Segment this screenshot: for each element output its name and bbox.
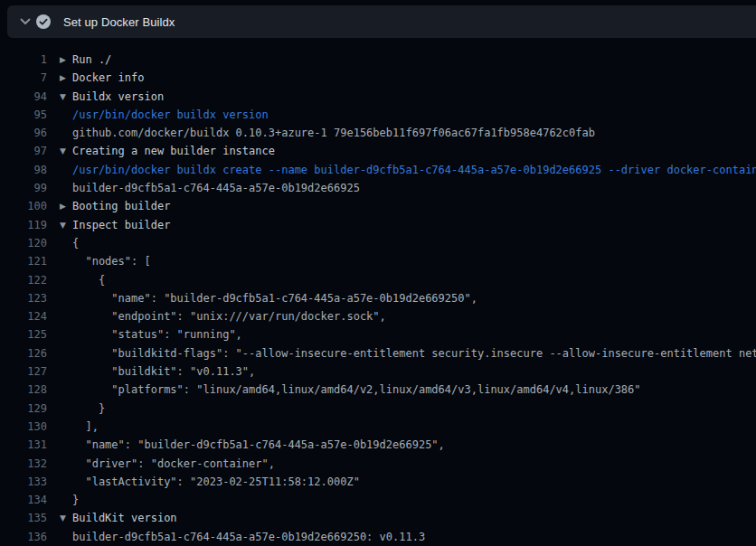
log-text: BuildKit version xyxy=(72,509,177,527)
group-collapsed-icon[interactable]: ▶ xyxy=(60,69,72,87)
marker-spacer xyxy=(60,362,72,381)
log-text: builder-d9cfb5a1-c764-445a-a57e-0b19d2e6… xyxy=(72,528,425,546)
log-text: Inspect builder xyxy=(72,216,170,234)
marker-spacer xyxy=(60,344,72,362)
log-line: 130 ], xyxy=(0,418,756,436)
log-line[interactable]: 94▼Buildx version xyxy=(0,88,756,106)
line-number-link[interactable]: 136 xyxy=(0,528,47,546)
line-number-link[interactable]: 122 xyxy=(0,271,47,289)
log-text: "name": "builder-d9cfb5a1-c764-445a-a57e… xyxy=(72,289,477,307)
group-expanded-icon[interactable]: ▼ xyxy=(60,216,72,234)
line-number-link[interactable]: 124 xyxy=(0,307,47,325)
line-number-link[interactable]: 131 xyxy=(0,436,47,454)
line-number-link[interactable]: 130 xyxy=(0,418,47,436)
chevron-down-icon[interactable] xyxy=(16,13,34,31)
log-line: 134} xyxy=(0,491,756,509)
log-line: 99builder-d9cfb5a1-c764-445a-a57e-0b19d2… xyxy=(0,179,756,197)
line-number-link[interactable]: 129 xyxy=(0,400,47,418)
marker-spacer xyxy=(60,400,72,418)
marker-spacer xyxy=(60,179,72,197)
marker-spacer xyxy=(60,381,72,399)
line-number-link[interactable]: 133 xyxy=(0,473,47,491)
line-number-link[interactable]: 95 xyxy=(0,106,47,124)
log-text: "driver": "docker-container", xyxy=(72,455,275,473)
line-number-link[interactable]: 98 xyxy=(0,161,47,179)
log-line[interactable]: 100▶Booting builder xyxy=(0,197,756,215)
line-number-link[interactable]: 135 xyxy=(0,509,47,527)
log-text: Docker info xyxy=(72,69,144,87)
log-line: 136builder-d9cfb5a1-c764-445a-a57e-0b19d… xyxy=(0,528,756,546)
log-text: "platforms": "linux/amd64,linux/amd64/v2… xyxy=(72,381,641,399)
group-expanded-icon[interactable]: ▼ xyxy=(60,88,72,106)
log-line: 122 { xyxy=(0,271,756,289)
marker-spacer xyxy=(60,252,72,270)
log-line: 98/usr/bin/docker buildx create --name b… xyxy=(0,161,756,179)
marker-spacer xyxy=(60,418,72,436)
marker-spacer xyxy=(60,161,72,179)
log-line: 125 "status": "running", xyxy=(0,325,756,344)
line-number-link[interactable]: 125 xyxy=(0,325,47,344)
line-number-link[interactable]: 119 xyxy=(0,216,47,234)
log-line: 123 "name": "builder-d9cfb5a1-c764-445a-… xyxy=(0,289,756,307)
log-text: "nodes": [ xyxy=(72,252,151,270)
log-line[interactable]: 97▼Creating a new builder instance xyxy=(0,142,756,160)
line-number-link[interactable]: 94 xyxy=(0,88,47,106)
log-line: 132 "driver": "docker-container", xyxy=(0,455,756,473)
log-text: "lastActivity": "2023-02-25T11:58:12.000… xyxy=(72,473,360,491)
log-text: "endpoint": "unix:///var/run/docker.sock… xyxy=(72,307,386,325)
marker-spacer xyxy=(60,124,72,142)
step-header[interactable]: Set up Docker Buildx xyxy=(7,5,756,38)
group-expanded-icon[interactable]: ▼ xyxy=(60,142,72,160)
log-line: 128 "platforms": "linux/amd64,linux/amd6… xyxy=(0,381,756,399)
log-line: 127 "buildkit": "v0.11.3", xyxy=(0,362,756,381)
step-title: Set up Docker Buildx xyxy=(63,15,175,29)
line-number-link[interactable]: 97 xyxy=(0,142,47,160)
line-number-link[interactable]: 1 xyxy=(0,51,47,69)
marker-spacer xyxy=(60,473,72,491)
log-line[interactable]: 7▶Docker info xyxy=(0,69,756,87)
line-number-link[interactable]: 123 xyxy=(0,289,47,307)
marker-spacer xyxy=(60,271,72,289)
log-text: github.com/docker/buildx 0.10.3+azure-1 … xyxy=(72,124,595,142)
log-text: "status": "running", xyxy=(72,325,242,344)
log-line: 129 } xyxy=(0,400,756,418)
line-number-link[interactable]: 7 xyxy=(0,69,47,87)
log-text: /usr/bin/docker buildx create --name bui… xyxy=(72,161,756,179)
log-text: /usr/bin/docker buildx version xyxy=(72,106,269,124)
log-text: "name": "builder-d9cfb5a1-c764-445a-a57e… xyxy=(72,436,445,454)
line-number-link[interactable]: 126 xyxy=(0,344,47,362)
line-number-link[interactable]: 134 xyxy=(0,491,47,509)
log-line[interactable]: 119▼Inspect builder xyxy=(0,216,756,234)
line-number-link[interactable]: 96 xyxy=(0,124,47,142)
log-text: Run ./ xyxy=(72,51,111,69)
marker-spacer xyxy=(60,436,72,454)
log-text: { xyxy=(72,271,105,289)
line-number-link[interactable]: 132 xyxy=(0,455,47,473)
group-collapsed-icon[interactable]: ▶ xyxy=(60,197,72,215)
marker-spacer xyxy=(60,289,72,307)
group-expanded-icon[interactable]: ▼ xyxy=(60,509,72,527)
marker-spacer xyxy=(60,325,72,344)
log-line: 121 "nodes": [ xyxy=(0,252,756,270)
log-text: } xyxy=(72,491,79,509)
group-collapsed-icon[interactable]: ▶ xyxy=(60,51,72,69)
line-number-link[interactable]: 99 xyxy=(0,179,47,197)
check-circle-icon xyxy=(36,14,51,29)
line-number-link[interactable]: 100 xyxy=(0,197,47,215)
log-text: builder-d9cfb5a1-c764-445a-a57e-0b19d2e6… xyxy=(72,179,360,197)
line-number-link[interactable]: 127 xyxy=(0,362,47,381)
log-text: "buildkit": "v0.11.3", xyxy=(72,362,255,381)
log-text: ], xyxy=(72,418,99,436)
log-text: { xyxy=(72,234,79,252)
log-line[interactable]: 1▶Run ./ xyxy=(0,51,756,69)
log-text: "buildkitd-flags": "--allow-insecure-ent… xyxy=(72,344,756,362)
marker-spacer xyxy=(60,234,72,252)
marker-spacer xyxy=(60,528,72,546)
line-number-link[interactable]: 121 xyxy=(0,252,47,270)
line-number-link[interactable]: 128 xyxy=(0,381,47,399)
log-text: Booting builder xyxy=(72,197,170,215)
log-line: 124 "endpoint": "unix:///var/run/docker.… xyxy=(0,307,756,325)
log-line[interactable]: 135▼BuildKit version xyxy=(0,509,756,527)
marker-spacer xyxy=(60,307,72,325)
line-number-link[interactable]: 120 xyxy=(0,234,47,252)
